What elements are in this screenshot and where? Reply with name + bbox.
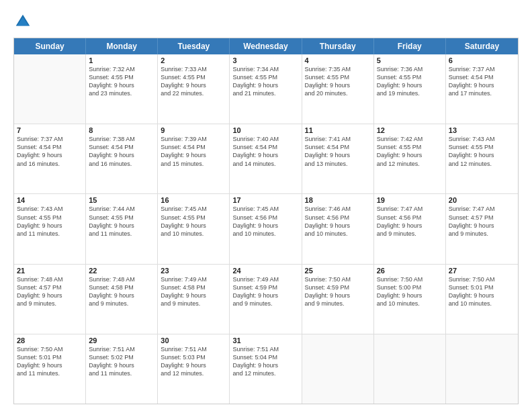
cell-info-line: Daylight: 9 hours	[305, 291, 371, 300]
day-number: 5	[377, 56, 443, 64]
cell-info-line: Daylight: 9 hours	[232, 361, 298, 369]
cell-info-line: Daylight: 9 hours	[161, 291, 226, 300]
day-cell-12: 12Sunrise: 7:42 AMSunset: 4:55 PMDayligh…	[374, 124, 446, 193]
cell-info-line: Sunrise: 7:44 AM	[89, 205, 154, 213]
day-number: 15	[89, 196, 154, 204]
cell-info-line: Sunset: 4:55 PM	[232, 73, 298, 81]
day-cell-31: 31Sunrise: 7:51 AMSunset: 5:04 PMDayligh…	[230, 334, 302, 404]
cell-info-line: and 22 minutes.	[161, 89, 226, 97]
day-cell-21: 21Sunrise: 7:48 AMSunset: 4:57 PMDayligh…	[14, 265, 86, 334]
cell-info-line: Sunrise: 7:37 AM	[449, 65, 515, 73]
calendar-row-5: 28Sunrise: 7:50 AMSunset: 5:01 PMDayligh…	[14, 334, 518, 404]
cell-info-line: Daylight: 9 hours	[89, 222, 154, 230]
cell-info-line: Daylight: 9 hours	[17, 222, 83, 230]
day-header-monday: Monday	[86, 38, 158, 54]
cell-info-line: Sunrise: 7:42 AM	[377, 135, 443, 143]
cell-info-line: and 17 minutes.	[449, 89, 515, 97]
empty-cell	[374, 334, 446, 404]
day-header-tuesday: Tuesday	[158, 38, 230, 54]
cell-info-line: Daylight: 9 hours	[89, 361, 154, 369]
calendar-row-2: 7Sunrise: 7:37 AMSunset: 4:54 PMDaylight…	[14, 124, 518, 194]
cell-info-line: Daylight: 9 hours	[161, 361, 226, 369]
day-number: 26	[377, 267, 443, 275]
cell-info-line: Sunset: 4:56 PM	[377, 214, 443, 222]
day-number: 29	[89, 336, 154, 345]
cell-info-line: Sunrise: 7:49 AM	[232, 275, 298, 283]
cell-info-line: Daylight: 9 hours	[232, 291, 298, 300]
cell-info-line: Daylight: 9 hours	[232, 222, 298, 230]
day-cell-17: 17Sunrise: 7:45 AMSunset: 4:56 PMDayligh…	[230, 194, 302, 263]
cell-info-line: Sunset: 4:54 PM	[232, 143, 298, 151]
day-number: 12	[377, 126, 443, 134]
day-cell-25: 25Sunrise: 7:50 AMSunset: 4:59 PMDayligh…	[302, 265, 374, 334]
empty-cell	[302, 334, 374, 404]
day-number: 19	[377, 196, 443, 204]
cell-info-line: and 10 minutes.	[232, 230, 298, 238]
cell-info-line: and 9 minutes.	[377, 230, 443, 238]
cell-info-line: Daylight: 9 hours	[305, 81, 371, 89]
cell-info-line: and 16 minutes.	[17, 160, 83, 168]
cell-info-line: Sunset: 4:56 PM	[232, 214, 298, 222]
cell-info-line: Daylight: 9 hours	[161, 222, 226, 230]
logo	[13, 12, 35, 31]
day-number: 1	[89, 56, 154, 64]
day-number: 25	[305, 267, 371, 275]
cell-info-line: and 14 minutes.	[232, 160, 298, 168]
cell-info-line: and 16 minutes.	[89, 160, 154, 168]
cell-info-line: and 15 minutes.	[161, 160, 226, 168]
cell-info-line: Sunset: 4:55 PM	[449, 143, 515, 151]
cell-info-line: Sunset: 5:00 PM	[377, 283, 443, 291]
cell-info-line: and 9 minutes.	[305, 300, 371, 308]
day-cell-10: 10Sunrise: 7:40 AMSunset: 4:54 PMDayligh…	[230, 124, 302, 193]
day-cell-28: 28Sunrise: 7:50 AMSunset: 5:01 PMDayligh…	[14, 334, 86, 404]
day-cell-11: 11Sunrise: 7:41 AMSunset: 4:54 PMDayligh…	[302, 124, 374, 193]
cell-info-line: Sunset: 4:55 PM	[377, 73, 443, 81]
cell-info-line: Daylight: 9 hours	[89, 81, 154, 89]
cell-info-line: Sunrise: 7:35 AM	[305, 65, 371, 73]
cell-info-line: Daylight: 9 hours	[17, 361, 83, 369]
cell-info-line: Sunset: 4:55 PM	[305, 73, 371, 81]
cell-info-line: Daylight: 9 hours	[377, 291, 443, 300]
cell-info-line: Sunset: 4:54 PM	[305, 143, 371, 151]
cell-info-line: Sunrise: 7:45 AM	[232, 205, 298, 213]
day-number: 10	[232, 126, 298, 134]
day-number: 28	[17, 336, 83, 345]
cell-info-line: and 9 minutes.	[232, 300, 298, 308]
cell-info-line: Daylight: 9 hours	[449, 81, 515, 89]
cell-info-line: and 9 minutes.	[449, 230, 515, 238]
cell-info-line: Daylight: 9 hours	[305, 222, 371, 230]
day-number: 8	[89, 126, 154, 134]
cell-info-line: and 12 minutes.	[449, 160, 515, 168]
cell-info-line: and 12 minutes.	[232, 369, 298, 377]
cell-info-line: Sunset: 4:54 PM	[17, 143, 83, 151]
calendar-body: 1Sunrise: 7:32 AMSunset: 4:55 PMDaylight…	[14, 54, 518, 404]
day-cell-26: 26Sunrise: 7:50 AMSunset: 5:00 PMDayligh…	[374, 265, 446, 334]
cell-info-line: Sunset: 4:55 PM	[17, 214, 83, 222]
cell-info-line: and 10 minutes.	[377, 300, 443, 308]
day-number: 7	[17, 126, 83, 134]
cell-info-line: Sunset: 4:58 PM	[161, 283, 226, 291]
calendar-row-1: 1Sunrise: 7:32 AMSunset: 4:55 PMDaylight…	[14, 54, 518, 124]
day-cell-24: 24Sunrise: 7:49 AMSunset: 4:59 PMDayligh…	[230, 265, 302, 334]
cell-info-line: Sunrise: 7:50 AM	[377, 275, 443, 283]
day-number: 22	[89, 267, 154, 275]
cell-info-line: Sunrise: 7:33 AM	[161, 65, 226, 73]
day-number: 27	[449, 267, 515, 275]
cell-info-line: Sunrise: 7:51 AM	[161, 345, 226, 353]
empty-cell	[446, 334, 518, 404]
cell-info-line: Sunrise: 7:48 AM	[89, 275, 154, 283]
cell-info-line: Sunset: 4:55 PM	[377, 143, 443, 151]
day-cell-30: 30Sunrise: 7:51 AMSunset: 5:03 PMDayligh…	[158, 334, 230, 404]
day-number: 2	[161, 56, 226, 64]
logo-icon	[13, 12, 32, 31]
cell-info-line: Sunrise: 7:51 AM	[232, 345, 298, 353]
cell-info-line: Sunrise: 7:34 AM	[232, 65, 298, 73]
day-number: 6	[449, 56, 515, 64]
day-cell-22: 22Sunrise: 7:48 AMSunset: 4:58 PMDayligh…	[86, 265, 158, 334]
cell-info-line: and 23 minutes.	[89, 89, 154, 97]
day-number: 14	[17, 196, 83, 204]
day-number: 13	[449, 126, 515, 134]
cell-info-line: Sunrise: 7:38 AM	[89, 135, 154, 143]
cell-info-line: Sunset: 4:54 PM	[89, 143, 154, 151]
cell-info-line: Sunrise: 7:49 AM	[161, 275, 226, 283]
